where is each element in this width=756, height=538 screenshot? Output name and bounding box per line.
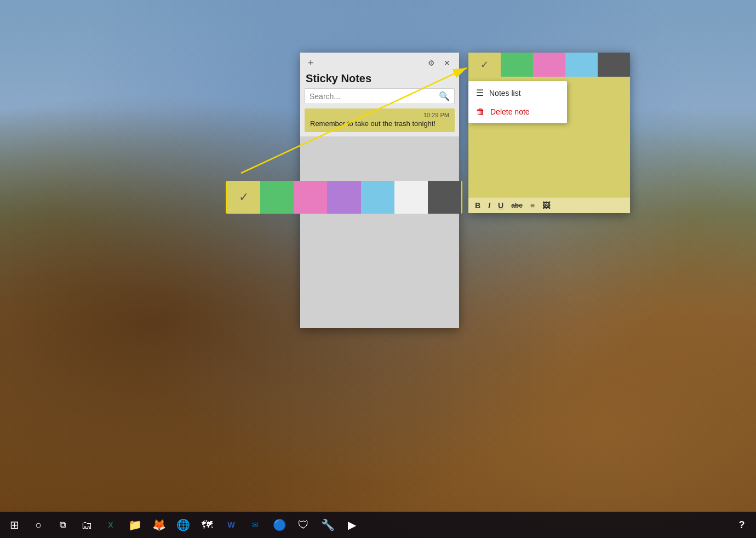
firefox-button[interactable]: 🦊 (148, 514, 170, 536)
shield-icon: 🛡 (298, 519, 309, 531)
color-swatch-white[interactable] (394, 181, 428, 214)
taskbar: ⊞ ○ ⧉ 🗂 X 📁 🦊 🌐 🗺 W ✉ 🔵 🛡 🔧 ▶ ? (0, 512, 756, 538)
check-icon: ✓ (239, 190, 249, 204)
strikethrough-button[interactable]: abc (509, 201, 525, 210)
shield-button[interactable]: 🛡 (293, 514, 314, 536)
maps-button[interactable]: 🗺 (196, 514, 218, 536)
search-button[interactable]: 🔍 (439, 91, 450, 101)
note-text: Remember to take out the trash tonight! (310, 119, 449, 128)
folder-icon: 📁 (128, 518, 142, 531)
editor-swatch-dark[interactable] (598, 53, 630, 77)
task-view-icon: ⧉ (60, 520, 66, 530)
add-note-button[interactable]: + (306, 57, 316, 69)
window-title: Sticky Notes (300, 71, 459, 88)
color-picker-bar: ✓ (226, 181, 462, 214)
note-time: 10:29 PM (310, 112, 449, 118)
tool-button[interactable]: 🔧 (317, 514, 339, 536)
media-icon: ▶ (348, 518, 356, 531)
network-icon: 🌐 (176, 518, 190, 531)
cortana-button[interactable]: ○ (27, 514, 49, 536)
media-button[interactable]: ▶ (341, 514, 363, 536)
task-view-button[interactable]: ⧉ (51, 514, 73, 536)
color-swatch-blue[interactable] (361, 181, 394, 214)
word-button[interactable]: W (220, 514, 242, 536)
note-card[interactable]: 10:29 PM Remember to take out the trash … (305, 108, 455, 132)
color-swatch-green[interactable] (260, 181, 294, 214)
search-bar: 🔍 (305, 88, 455, 104)
close-button[interactable]: ✕ (440, 58, 454, 68)
help-button[interactable]: ? (734, 514, 749, 536)
list-button[interactable]: ≡ (528, 200, 537, 211)
cortana-icon: ○ (35, 519, 42, 531)
tool-icon: 🔧 (321, 518, 335, 531)
notes-list-body (300, 136, 459, 328)
help-icon: ? (739, 519, 745, 531)
editor-swatch-green[interactable] (501, 53, 533, 77)
editor-swatch-blue[interactable] (565, 53, 598, 77)
context-menu: ☰ Notes list 🗑 Delete note (468, 81, 567, 123)
outlook-button[interactable]: ✉ (244, 514, 266, 536)
delete-label: Delete note (490, 107, 530, 116)
start-icon: ⊞ (10, 518, 19, 531)
network-button[interactable]: 🌐 (172, 514, 194, 536)
delete-icon: 🗑 (476, 107, 485, 117)
folder-button[interactable]: 📁 (124, 514, 146, 536)
search-input[interactable] (310, 92, 439, 101)
start-button[interactable]: ⊞ (3, 514, 25, 536)
excel-icon: X (108, 520, 113, 529)
bold-button[interactable]: B (473, 200, 483, 211)
editor-swatch-pink[interactable] (533, 53, 565, 77)
excel-button[interactable]: X (100, 514, 122, 536)
word-icon: W (227, 520, 234, 529)
titlebar: + ⚙ ✕ (300, 53, 459, 71)
image-button[interactable]: 🖼 (540, 200, 552, 211)
note-editor: ✓ B I U abc ≡ 🖼 (468, 53, 630, 213)
color-swatch-pink[interactable] (294, 181, 327, 214)
maps-icon: 🗺 (202, 519, 213, 531)
notes-list-icon: ☰ (476, 88, 484, 98)
file-explorer-button[interactable]: 🗂 (76, 514, 98, 536)
firefox-icon: 🦊 (152, 518, 166, 531)
taskbar-right: ? (734, 514, 754, 536)
notes-list-label: Notes list (489, 89, 521, 98)
underline-button[interactable]: U (496, 200, 506, 211)
color-swatch-dark[interactable] (428, 181, 461, 214)
chrome-button[interactable]: 🔵 (268, 514, 290, 536)
context-menu-notes-list[interactable]: ☰ Notes list (468, 83, 567, 102)
editor-check-icon: ✓ (480, 59, 489, 71)
editor-toolbar: B I U abc ≡ 🖼 (468, 197, 630, 213)
context-menu-delete[interactable]: 🗑 Delete note (468, 102, 567, 121)
color-swatch-yellow[interactable]: ✓ (227, 181, 260, 214)
file-explorer-icon: 🗂 (81, 519, 92, 531)
italic-button[interactable]: I (486, 200, 492, 211)
settings-button[interactable]: ⚙ (425, 58, 438, 68)
editor-color-header: ✓ (468, 53, 630, 77)
outlook-icon: ✉ (252, 520, 259, 529)
color-swatch-purple[interactable] (327, 181, 360, 214)
editor-swatch-yellow[interactable]: ✓ (468, 53, 501, 77)
chrome-icon: 🔵 (273, 518, 287, 531)
